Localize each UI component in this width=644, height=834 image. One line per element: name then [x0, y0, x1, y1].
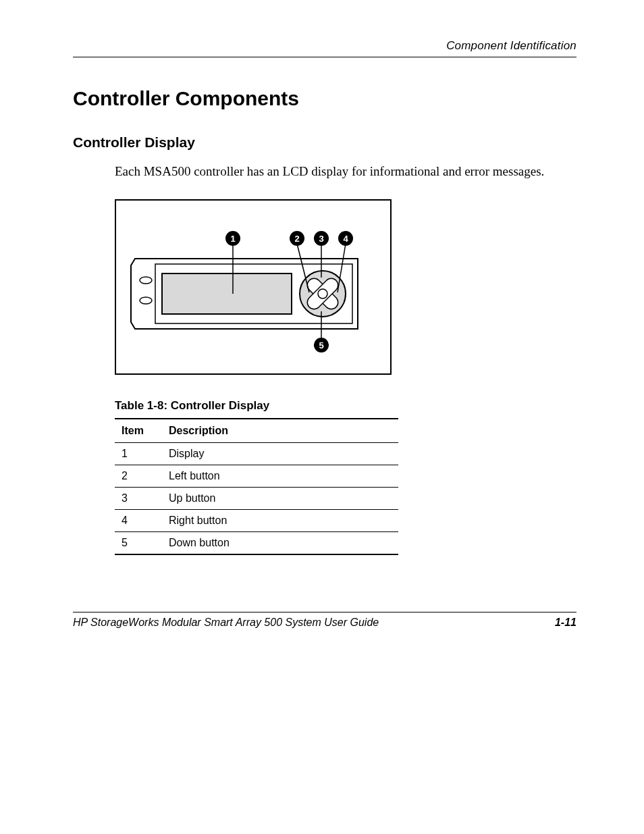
callout-2-label: 2 [294, 234, 299, 244]
cell-desc: Right button [162, 509, 398, 531]
cell-item: 5 [115, 531, 162, 554]
svg-point-5 [140, 297, 152, 304]
cell-desc: Up button [162, 487, 398, 509]
callout-5-label: 5 [319, 340, 323, 350]
callout-3-label: 3 [319, 234, 323, 244]
intro-paragraph: Each MSA500 controller has an LCD displa… [115, 163, 576, 180]
page-number: 1-11 [555, 617, 576, 629]
table-caption: Table 1-8: Controller Display [115, 399, 576, 413]
cell-item: 1 [115, 442, 162, 465]
controller-display-table: Item Description 1 Display 2 Left button… [115, 418, 398, 555]
th-desc: Description [162, 419, 398, 443]
figure-controller-display: 1 2 3 4 5 [115, 199, 576, 376]
callout-4: 4 [338, 231, 353, 246]
table-row: 2 Left button [115, 465, 398, 487]
th-item: Item [115, 419, 162, 443]
callout-5: 5 [314, 338, 329, 353]
section-title: Controller Components [73, 87, 576, 110]
callout-1-label: 1 [230, 234, 235, 244]
table-header-row: Item Description [115, 419, 398, 443]
cell-desc: Down button [162, 531, 398, 554]
callout-2: 2 [290, 231, 304, 246]
callout-1: 1 [225, 231, 240, 246]
page-footer: HP StorageWorks Modular Smart Array 500 … [73, 612, 576, 629]
cell-item: 4 [115, 509, 162, 531]
footer-doc-title: HP StorageWorks Modular Smart Array 500 … [73, 617, 379, 629]
table-row: 4 Right button [115, 509, 398, 531]
page: Component Identification Controller Comp… [0, 0, 644, 834]
table-row: 1 Display [115, 442, 398, 465]
callout-3: 3 [314, 231, 329, 246]
controller-display-diagram: 1 2 3 4 5 [115, 199, 392, 376]
svg-point-9 [318, 289, 327, 298]
svg-point-4 [140, 277, 152, 284]
cell-item: 3 [115, 487, 162, 509]
table-row: 5 Down button [115, 531, 398, 554]
callout-4-label: 4 [343, 234, 348, 244]
cell-desc: Display [162, 442, 398, 465]
cell-item: 2 [115, 465, 162, 487]
subsection-title: Controller Display [73, 134, 576, 151]
svg-rect-3 [162, 273, 292, 314]
running-head: Component Identification [73, 39, 576, 57]
cell-desc: Left button [162, 465, 398, 487]
table-row: 3 Up button [115, 487, 398, 509]
